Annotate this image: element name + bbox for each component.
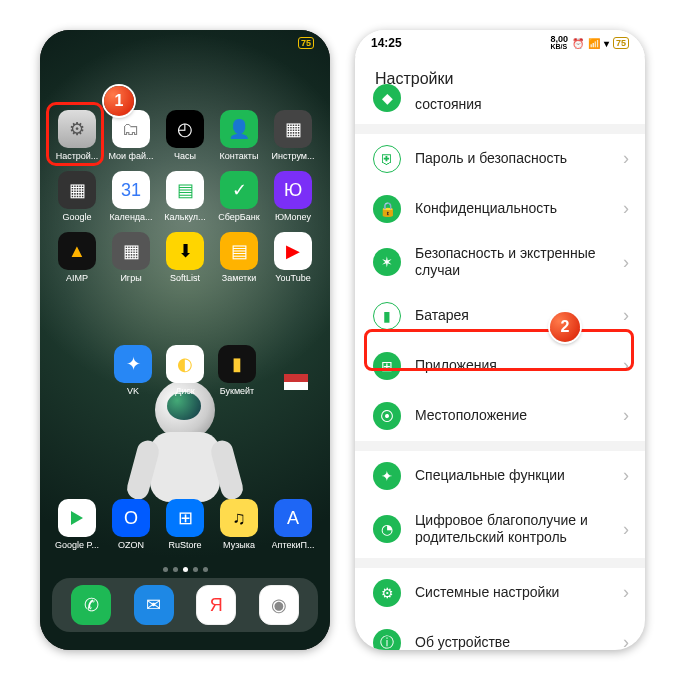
ozon-icon: O: [112, 499, 150, 537]
music-icon: ♫: [220, 499, 258, 537]
apps-icon: ⊞: [373, 352, 401, 380]
youtube-icon: ▶: [274, 232, 312, 270]
sos-icon: ✶: [373, 248, 401, 276]
google-folder-icon: ▦: [58, 171, 96, 209]
app-calculator[interactable]: ▤Калькул...: [158, 171, 212, 222]
settings-row-sos[interactable]: ✶Безопасность и экстренные случаи: [355, 234, 645, 291]
settings-row-label: Об устройстве: [415, 634, 530, 650]
phone-settings-screen: 14:25 8,00KB/S ⏰ 📶 ▾ 75 Настройки ◆ сост…: [355, 30, 645, 650]
wifi-icon: ▾: [604, 38, 609, 49]
app-label: Букмейт: [220, 386, 255, 396]
phone-icon[interactable]: ✆: [71, 585, 111, 625]
app-label: Заметки: [222, 273, 256, 283]
system-icon: ⚙: [373, 579, 401, 607]
app-youtube[interactable]: ▶YouTube: [266, 232, 320, 283]
app-apteki[interactable]: AАптекиП...: [266, 499, 320, 550]
settings-row-wellbeing[interactable]: ◔Цифровое благополучие и родительский ко…: [355, 501, 645, 558]
app-label: Инструм...: [271, 151, 314, 161]
battery-icon: 75: [613, 37, 629, 49]
app-vk[interactable]: ✦VK: [114, 345, 152, 396]
status-icon: ◆: [373, 84, 401, 112]
app-label: Игры: [120, 273, 141, 283]
app-label: СберБанк: [218, 212, 259, 222]
contacts-icon: 👤: [220, 110, 258, 148]
step-badge-2: 2: [550, 312, 580, 342]
app-rustore[interactable]: ⊞RuStore: [158, 499, 212, 550]
app-label: SoftList: [170, 273, 200, 283]
app-label: Музыка: [223, 540, 255, 550]
app-games-folder[interactable]: ▦Игры: [104, 232, 158, 283]
settings-row-label: Безопасность и экстренные случаи: [415, 245, 627, 280]
app-label: RuStore: [168, 540, 201, 550]
app-aimp[interactable]: ▲AIMP: [50, 232, 104, 283]
app-softlist[interactable]: ⬇SoftList: [158, 232, 212, 283]
settings-row-label: Системные настройки: [415, 584, 579, 602]
messages-icon[interactable]: ✉: [134, 585, 174, 625]
app-gear[interactable]: ⚙Настрой...: [50, 110, 104, 161]
wellbeing-icon: ◔: [373, 515, 401, 543]
app-calendar[interactable]: 31Календа...: [104, 171, 158, 222]
app-label: Google P...: [55, 540, 99, 550]
vk-icon: ✦: [114, 345, 152, 383]
aimp-icon: ▲: [58, 232, 96, 270]
settings-row-system[interactable]: ⚙Системные настройки: [355, 568, 645, 618]
app-bookmate[interactable]: ▮Букмейт: [218, 345, 256, 396]
softlist-icon: ⬇: [166, 232, 204, 270]
settings-row-apps[interactable]: ⊞Приложения: [355, 341, 645, 391]
sber-icon: ✓: [220, 171, 258, 209]
app-label: ЮMoney: [275, 212, 311, 222]
settings-row-lock[interactable]: 🔒Конфиденциальность: [355, 184, 645, 234]
app-music[interactable]: ♫Музыка: [212, 499, 266, 550]
settings-row-partial[interactable]: ◆ состояния: [355, 96, 645, 124]
camera-icon[interactable]: ◉: [259, 585, 299, 625]
settings-row-about[interactable]: ⓘОб устройстве: [355, 618, 645, 651]
alarm-icon: ⏰: [572, 38, 584, 49]
tools-icon: ▦: [274, 110, 312, 148]
step-badge-1: 1: [104, 86, 134, 116]
app-disk[interactable]: ◐Диск: [166, 345, 204, 396]
yandex-icon[interactable]: Я: [196, 585, 236, 625]
app-label: Google: [62, 212, 91, 222]
app-umoney[interactable]: ЮЮMoney: [266, 171, 320, 222]
app-row-vk: ✦VK◐Диск▮Букмейт: [40, 345, 330, 396]
calendar-icon: 31: [112, 171, 150, 209]
settings-row-special[interactable]: ✦Специальные функции: [355, 451, 645, 501]
app-label: YouTube: [275, 273, 310, 283]
app-files[interactable]: 🗂Мои фай...: [104, 110, 158, 161]
app-row-bottom: Google P...OOZON⊞RuStore♫МузыкаAАптекиП.…: [40, 499, 330, 550]
settings-row-battery[interactable]: ▮Батарея: [355, 291, 645, 341]
app-label: Часы: [174, 151, 196, 161]
location-icon: ⦿: [373, 402, 401, 430]
status-time: 14:25: [371, 36, 402, 50]
settings-row-label: Конфиденциальность: [415, 200, 577, 218]
app-label: AIMP: [66, 273, 88, 283]
app-google-folder[interactable]: ▦Google: [50, 171, 104, 222]
app-label: VK: [127, 386, 139, 396]
special-icon: ✦: [373, 462, 401, 490]
shield-icon: ⛨: [373, 145, 401, 173]
app-clock[interactable]: ◴Часы: [158, 110, 212, 161]
app-ozon[interactable]: OOZON: [104, 499, 158, 550]
app-label: Календа...: [109, 212, 152, 222]
umoney-icon: Ю: [274, 171, 312, 209]
settings-row-shield[interactable]: ⛨Пароль и безопасность: [355, 134, 645, 184]
disk-icon: ◐: [166, 345, 204, 383]
calculator-icon: ▤: [166, 171, 204, 209]
settings-row-label: Местоположение: [415, 407, 547, 425]
settings-row-label: Приложения: [415, 357, 517, 375]
app-notes[interactable]: ▤Заметки: [212, 232, 266, 283]
games-folder-icon: ▦: [112, 232, 150, 270]
app-label: Контакты: [220, 151, 259, 161]
page-indicator[interactable]: [40, 567, 330, 572]
phone-home-screen: 14:25 6,00KB/S ⏰ 📶 ▾ 75 ⚙Настрой...🗂Мои …: [40, 30, 330, 650]
gear-icon: ⚙: [58, 110, 96, 148]
battery-icon: 75: [298, 37, 314, 49]
app-play[interactable]: Google P...: [50, 499, 104, 550]
settings-row-label: Цифровое благополучие и родительский кон…: [415, 512, 627, 547]
settings-row-location[interactable]: ⦿Местоположение: [355, 391, 645, 441]
app-contacts[interactable]: 👤Контакты: [212, 110, 266, 161]
notes-icon: ▤: [220, 232, 258, 270]
app-sber[interactable]: ✓СберБанк: [212, 171, 266, 222]
app-tools[interactable]: ▦Инструм...: [266, 110, 320, 161]
play-icon: [58, 499, 96, 537]
